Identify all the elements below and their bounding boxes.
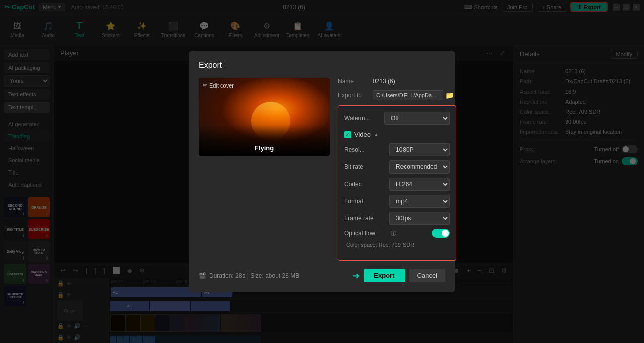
frame-rate-option-label: Frame rate xyxy=(344,215,389,222)
bit-rate-row: Bit rate Recommended Low High xyxy=(344,160,450,174)
codec-select[interactable]: H.264 H.265 xyxy=(389,178,450,191)
video-checkbox[interactable]: ✓ xyxy=(344,131,351,138)
edit-cover-label: ✏ Edit cover xyxy=(203,82,234,89)
watermark-label: Waterm... xyxy=(344,115,384,122)
film-icon: 🎬 xyxy=(199,272,206,279)
name-field-label: Name xyxy=(338,78,373,85)
cover-caption: Flying xyxy=(255,144,274,152)
watermark-select[interactable]: Off On xyxy=(384,112,450,125)
watermark-row: Waterm... Off On xyxy=(344,112,450,125)
modal-right-fields: Name 0213 (6) Export to 📁 Waterm... Off xyxy=(338,78,456,261)
resolution-option-label: Resol... xyxy=(344,146,389,153)
info-icon[interactable]: ⓘ xyxy=(391,230,396,237)
name-field-value: 0213 (6) xyxy=(373,78,395,85)
duration-text: Duration: 28s | Size: about 28 MB xyxy=(209,272,299,279)
video-section-label: Video xyxy=(354,131,371,138)
cancel-button[interactable]: Cancel xyxy=(409,269,445,282)
optical-flow-label: Optical flow xyxy=(344,230,389,237)
folder-button[interactable]: 📁 xyxy=(445,91,454,99)
resolution-select[interactable]: 1080P 720P 4K xyxy=(389,143,450,156)
name-field-row: Name 0213 (6) xyxy=(338,78,456,85)
modal-overlay: Export ✏ Edit cover Flying xyxy=(0,0,644,343)
footer-buttons: ➜ Export Cancel xyxy=(352,269,445,282)
optical-flow-row: Optical flow ⓘ xyxy=(344,229,450,238)
optical-knob xyxy=(442,230,449,237)
codec-row: Codec H.264 H.265 xyxy=(344,178,450,191)
bit-rate-label: Bit rate xyxy=(344,163,389,170)
format-row: Format mp4 mov xyxy=(344,195,450,208)
frame-rate-option-row: Frame rate 30fps 24fps 60fps xyxy=(344,212,450,225)
video-options-scroll: Resol... 1080P 720P 4K Bit rate Recommen… xyxy=(344,143,450,254)
export-modal-button[interactable]: Export xyxy=(364,269,405,282)
duration-info: 🎬 Duration: 28s | Size: about 28 MB xyxy=(199,272,299,279)
modal-top: ✏ Edit cover Flying Name 0213 (6) Export… xyxy=(199,78,445,261)
export-to-row: Export to 📁 xyxy=(338,90,456,100)
video-section-header: ✓ Video ▲ xyxy=(344,131,450,138)
format-select[interactable]: mp4 mov xyxy=(389,195,450,208)
format-label: Format xyxy=(344,198,389,205)
export-path-input[interactable] xyxy=(373,90,443,100)
modal-footer: 🎬 Duration: 28s | Size: about 28 MB ➜ Ex… xyxy=(199,269,445,282)
optical-flow-toggle[interactable] xyxy=(432,229,450,238)
cover-image: ✏ Edit cover Flying xyxy=(199,78,330,156)
color-space-export-label: Color space: Rec. 709 SDR xyxy=(346,242,450,248)
frame-rate-select[interactable]: 30fps 24fps 60fps xyxy=(389,212,450,225)
export-options-box: Waterm... Off On ✓ Video ▲ xyxy=(338,105,456,261)
cover-area: ✏ Edit cover Flying xyxy=(199,78,330,156)
bit-rate-select[interactable]: Recommended Low High xyxy=(389,160,450,174)
export-modal: Export ✏ Edit cover Flying xyxy=(189,51,455,292)
codec-label: Codec xyxy=(344,181,389,188)
modal-title: Export xyxy=(199,61,445,70)
video-chevron-icon: ▲ xyxy=(374,132,379,137)
export-arrow-icon: ➜ xyxy=(352,270,360,281)
resolution-row: Resol... 1080P 720P 4K xyxy=(344,143,450,156)
export-to-label: Export to xyxy=(338,92,373,99)
